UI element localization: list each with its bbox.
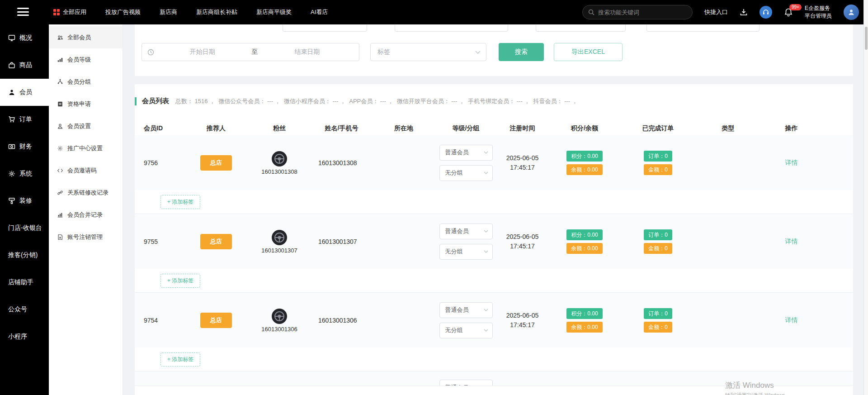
sidebar-item-distribution[interactable]: 推客(分销) [0, 242, 49, 269]
orders-badge: 订单：0 [644, 308, 672, 319]
member-avatar [271, 151, 288, 167]
sidebar-item-members[interactable]: 会员 [0, 79, 49, 106]
filter-cut-row [135, 24, 853, 32]
filter-input-3[interactable] [536, 24, 626, 32]
group-select[interactable]: 无分组 [439, 323, 493, 338]
add-tag-button[interactable]: + 添加标签 [160, 274, 200, 288]
date-separator: 至 [249, 48, 261, 56]
chevron-down-icon [484, 230, 488, 233]
filter-input-1[interactable] [283, 24, 367, 32]
register-time: 2025-06-05 17:45:17 [496, 153, 548, 172]
export-excel-button[interactable]: 导出EXCEL [554, 43, 623, 61]
submenu-item-qualification[interactable]: 资格申请 [49, 93, 123, 115]
nav-item-group-subsidy[interactable]: 新店商组长补贴 [196, 8, 237, 16]
submenu-item-invite-code[interactable]: 会员邀请码 [49, 159, 123, 181]
chevron-down-icon [484, 309, 488, 311]
register-time: 2025-06-05 17:45:17 [496, 232, 548, 251]
completed-orders-cell: 订单：0 金额：0 [621, 229, 695, 254]
level-select[interactable]: 普通会员 [439, 145, 493, 161]
member-record: 9756 总店 16013001308 16013001308 普通会员 无分组… [135, 135, 853, 214]
referrer-button[interactable]: 总店 [200, 155, 232, 171]
fans-number: 16013001306 [261, 326, 297, 333]
level-select[interactable]: 普通会员 [439, 380, 493, 385]
add-tag-button[interactable]: + 添加标签 [160, 352, 200, 366]
submenu-item-all-members[interactable]: 全部会员 [49, 26, 123, 48]
search-button[interactable]: 搜索 [499, 43, 544, 61]
scrollbar-thumb[interactable] [865, 27, 868, 50]
date-range-picker[interactable]: 开始日期 至 结束日期 [142, 43, 359, 61]
fans-cell: 16013001306 [248, 308, 311, 333]
balance-badge: 余额：0.00 [566, 164, 602, 175]
table-row: 9754 总店 16013001306 16013001306 普通会员 无分组… [135, 293, 853, 347]
member-id: 9755 [135, 238, 184, 245]
orders-badge: 订单：0 [644, 229, 672, 240]
submenu-item-promotion-settings[interactable]: 推广中心设置 [49, 137, 123, 159]
sidebar-item-overview[interactable]: 概况 [0, 24, 49, 52]
download-icon[interactable] [740, 8, 748, 16]
nav-item-ai-watch[interactable]: AI看店 [311, 8, 328, 16]
referrer-button[interactable]: 总店 [200, 234, 232, 249]
detail-link[interactable]: 详情 [785, 238, 798, 246]
topbar-nav: 全部应用 投放广告视频 新店商 新店商组长补贴 新店商平级奖 AI看店 [53, 0, 328, 24]
avatar[interactable] [844, 5, 859, 20]
submenu-item-member-settings[interactable]: 会员设置 [49, 115, 123, 137]
support-headset-icon[interactable] [760, 6, 772, 19]
submenu-item-member-levels[interactable]: 会员等级 [49, 48, 123, 71]
topbar: 全部应用 投放广告视频 新店商 新店商组长补贴 新店商平级奖 AI看店 快捷入口… [0, 0, 868, 24]
notification-badge: 99+ [789, 4, 802, 10]
amount-badge: 金额：0 [644, 243, 672, 254]
member-avatar [271, 229, 288, 246]
notification-bell-icon[interactable]: 99+ [784, 8, 793, 17]
sidebar-item-official-account[interactable]: 公众号 [0, 296, 49, 323]
referrer-button[interactable]: 总店 [200, 313, 232, 328]
all-apps-button[interactable]: 全部应用 [53, 8, 86, 16]
group-select[interactable]: 无分组 [439, 244, 493, 260]
table-row: 9756 总店 16013001308 16013001308 普通会员 无分组… [135, 135, 853, 190]
nav-item-ad-video[interactable]: 投放广告视频 [105, 8, 141, 16]
balance-badge: 余额：0.00 [566, 322, 602, 333]
sidebar-item-store-cashier[interactable]: 门店-收银台 [0, 214, 49, 242]
detail-link[interactable]: 详情 [785, 159, 798, 167]
list-title: 会员列表 [142, 97, 169, 105]
points-badge: 积分：0.00 [566, 151, 602, 162]
quick-entry-link[interactable]: 快捷入口 [704, 8, 728, 16]
level-group-cell: 普通会员 无分组 [435, 224, 496, 260]
sidebar-item-orders[interactable]: 订单 [0, 106, 49, 133]
sidebar-item-decoration[interactable]: 装修 [0, 187, 49, 214]
search-input[interactable] [598, 9, 687, 16]
sidebar-item-system[interactable]: 系统 [0, 160, 49, 187]
member-name: 16013001308 [311, 159, 372, 167]
amount-badge: 金额：0 [644, 322, 672, 333]
submenu-item-account-cancel[interactable]: 账号注销管理 [49, 226, 123, 248]
member-avatar [271, 308, 288, 324]
nav-item-new-store[interactable]: 新店商 [160, 8, 177, 16]
sidebar-item-finance[interactable]: 财务 [0, 133, 49, 160]
member-record: 9755 总店 16013001307 16013001307 普通会员 无分组… [135, 214, 853, 293]
user-role: 平台管理员 [805, 12, 832, 20]
topbar-right: 快捷入口 99+ E企盈服务 平台管理员 [582, 0, 859, 24]
global-search [582, 5, 693, 19]
sidebar-item-mini-program[interactable]: 小程序 [0, 323, 49, 350]
filter-input-2[interactable] [395, 24, 508, 32]
menu-toggle-icon[interactable] [17, 8, 29, 17]
tag-select[interactable]: 标签 [370, 43, 486, 61]
sidebar-item-shop-assistant[interactable]: 店铺助手 [0, 269, 49, 296]
table-row: 普通会员 [135, 371, 853, 385]
add-tag-button[interactable]: + 添加标签 [160, 195, 200, 209]
submenu-item-member-groups[interactable]: 会员分组 [49, 71, 123, 93]
points-badge: 积分：0.00 [566, 308, 602, 319]
chevron-down-icon [484, 171, 488, 174]
member-name: 16013001306 [311, 317, 372, 324]
list-summary: 总数： 1516 ， 微信公众号会员： --- ， 微信小程序会员： --- ，… [175, 97, 578, 105]
level-select[interactable]: 普通会员 [439, 224, 493, 239]
all-apps-label: 全部应用 [63, 8, 86, 16]
detail-link[interactable]: 详情 [785, 316, 798, 324]
filter-input-4[interactable] [646, 24, 760, 32]
nav-item-level-award[interactable]: 新店商平级奖 [256, 8, 292, 16]
submenu-item-merge-log[interactable]: 会员合并记录 [49, 204, 123, 226]
submenu-item-relation-log[interactable]: 关系链修改记录 [49, 181, 123, 204]
tag-strip: + 添加标签 [135, 269, 853, 292]
group-select[interactable]: 无分组 [439, 165, 493, 181]
level-select[interactable]: 普通会员 [439, 302, 493, 318]
sidebar-item-goods[interactable]: 商品 [0, 52, 49, 79]
